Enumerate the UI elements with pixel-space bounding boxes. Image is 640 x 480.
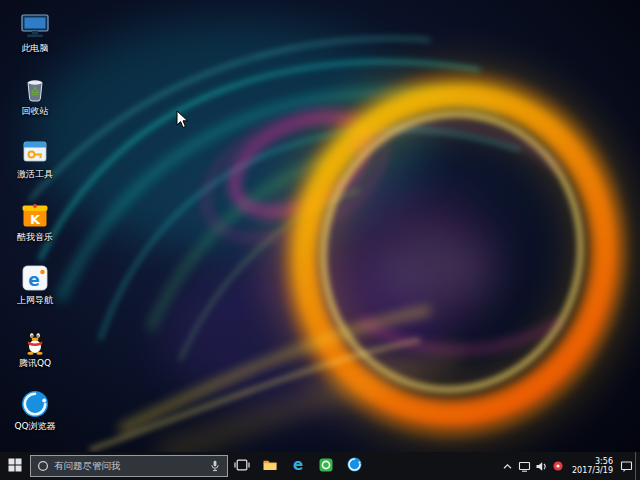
green-app-icon <box>318 457 334 476</box>
qq-browser-icon <box>19 388 51 420</box>
microphone-icon[interactable] <box>209 457 221 476</box>
red-badge-icon[interactable] <box>550 452 567 480</box>
desktop-icon-kuwo-music[interactable]: K 酷我音乐 <box>2 199 68 262</box>
this-pc-icon <box>19 10 51 42</box>
desktop-icon-tencent-qq[interactable]: 腾讯QQ <box>2 325 68 388</box>
desktop-icon-label: 酷我音乐 <box>17 232 53 242</box>
file-explorer-button[interactable] <box>256 452 284 480</box>
desktop-icon-qq-browser[interactable]: QQ浏览器 <box>2 388 68 451</box>
file-explorer-icon <box>262 457 278 476</box>
taskbar-clock[interactable]: 3:56 2017/3/19 <box>567 457 618 476</box>
desktop-icon-label: 此电脑 <box>22 43 49 53</box>
recycle-bin-icon <box>19 73 51 105</box>
start-button[interactable] <box>0 452 30 480</box>
clock-date: 2017/3/19 <box>572 466 613 476</box>
svg-text:K: K <box>30 212 41 227</box>
volume-icon[interactable] <box>533 452 550 480</box>
activation-tool-icon <box>19 136 51 168</box>
svg-text:e: e <box>293 456 303 474</box>
edge-button[interactable]: e <box>284 452 312 480</box>
edge-icon: e <box>289 456 307 477</box>
action-center-icon[interactable] <box>618 452 635 480</box>
taskbar: 有问题尽管问我 <box>0 452 640 480</box>
green-app-button[interactable] <box>312 452 340 480</box>
desktop-icon-this-pc[interactable]: 此电脑 <box>2 10 68 73</box>
clock-time: 3:56 <box>595 457 613 467</box>
task-view-button[interactable] <box>228 452 256 480</box>
desktop-icon-label: 激活工具 <box>17 169 53 179</box>
search-box[interactable]: 有问题尽管问我 <box>30 455 228 477</box>
desktop-icon-column: 此电脑 回收站 <box>2 10 68 451</box>
qq-browser-icon <box>346 456 363 476</box>
desktop-icon-web-navigation[interactable]: e 上网导航 <box>2 262 68 325</box>
desktop-icon-label: 回收站 <box>22 106 49 116</box>
qq-browser-taskbar-button[interactable] <box>340 452 368 480</box>
desktop-icon-activation-tool[interactable]: 激活工具 <box>2 136 68 199</box>
svg-text:e: e <box>28 270 40 290</box>
kuwo-music-icon: K <box>19 199 51 231</box>
network-icon[interactable] <box>516 452 533 480</box>
wallpaper <box>0 0 640 480</box>
desktop-screen: 此电脑 回收站 <box>0 0 640 480</box>
desktop-icon-label: 上网导航 <box>17 295 53 305</box>
show-desktop-button[interactable] <box>635 452 640 480</box>
system-tray: 3:56 2017/3/19 <box>499 452 640 480</box>
search-placeholder-text: 有问题尽管问我 <box>54 460 204 473</box>
desktop-icon-label: QQ浏览器 <box>14 421 55 431</box>
tencent-qq-icon <box>19 325 51 357</box>
windows-logo-icon <box>7 457 23 476</box>
taskbar-apps: e <box>228 452 368 480</box>
hidden-icons-chevron-icon[interactable] <box>499 452 516 480</box>
desktop-icon-recycle-bin[interactable]: 回收站 <box>2 73 68 136</box>
desktop-icon-label: 腾讯QQ <box>19 358 51 368</box>
web-navigation-icon: e <box>19 262 51 294</box>
cortana-circle-icon <box>37 457 49 476</box>
task-view-icon <box>234 457 250 476</box>
